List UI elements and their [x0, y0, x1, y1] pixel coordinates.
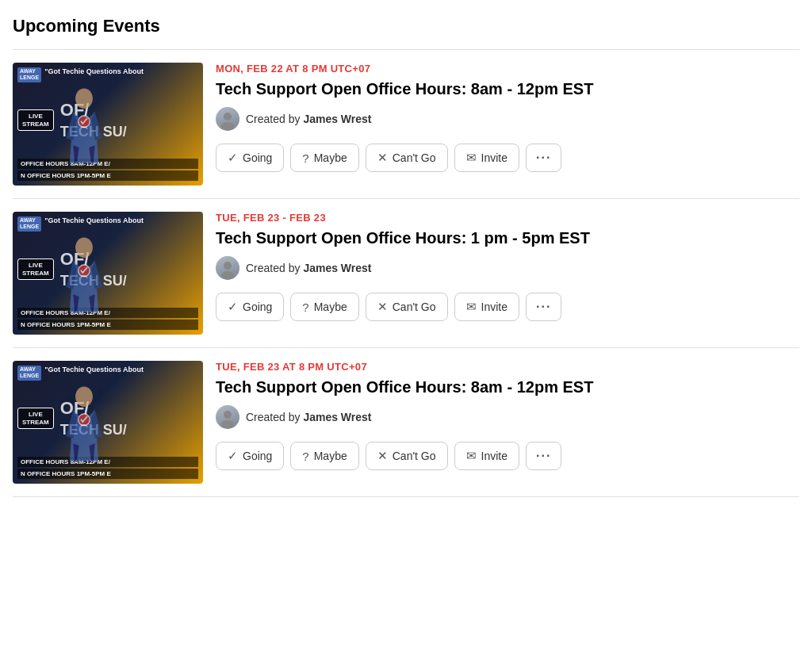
event-card-2: AWAYLENGE "Got Techie Questions About LI…	[13, 198, 799, 347]
invite-label: Invite	[481, 151, 508, 164]
going-button-3[interactable]: ✓ Going	[216, 442, 284, 470]
events-list: AWAYLENGE "Got Techie Questions About LI…	[13, 49, 799, 497]
more-label: ···	[536, 449, 551, 462]
live-stream-badge: LIVESTREAM	[17, 408, 54, 429]
more-label: ···	[536, 151, 551, 164]
maybe-icon: ?	[302, 450, 308, 463]
page-container: Upcoming Events AWAYLENGE "Got Techie Qu…	[0, 0, 812, 513]
invite-button-3[interactable]: ✉ Invite	[454, 442, 519, 470]
creator-label: Created by James Wrest	[246, 113, 372, 125]
creator-avatar-3	[216, 405, 239, 429]
cant-go-icon: ✕	[377, 300, 388, 314]
going-button-2[interactable]: ✓ Going	[216, 293, 284, 321]
maybe-icon: ?	[302, 301, 308, 314]
creator-name-3: James Wrest	[303, 411, 371, 423]
superhero-graphic	[56, 84, 112, 163]
going-button-1[interactable]: ✓ Going	[216, 144, 284, 172]
thumb-bottom-line2: N OFFICE HOURS 1PM-5PM E	[17, 320, 198, 330]
event-creator-3: Created by James Wrest	[216, 405, 799, 429]
avatar-inner	[216, 256, 239, 280]
cant-go-button-2[interactable]: ✕ Can't Go	[366, 293, 448, 321]
cant-go-button-1[interactable]: ✕ Can't Go	[366, 144, 448, 172]
invite-icon: ✉	[466, 449, 477, 463]
thumb-subtitle: "Got Techie Questions About	[44, 67, 144, 75]
creator-label: Created by James Wrest	[246, 262, 372, 274]
thumb-top: AWAYLENGE "Got Techie Questions About	[17, 67, 198, 82]
more-label: ···	[536, 300, 551, 313]
going-icon: ✓	[228, 300, 238, 314]
event-creator-2: Created by James Wrest	[216, 256, 799, 280]
cant-go-icon: ✕	[377, 449, 388, 463]
event-title-3: Tech Support Open Office Hours: 8am - 12…	[216, 377, 799, 397]
invite-button-1[interactable]: ✉ Invite	[454, 144, 519, 172]
svg-point-8	[75, 386, 93, 406]
going-icon: ✓	[228, 151, 238, 165]
more-button-1[interactable]: ···	[526, 144, 561, 172]
event-actions-1: ✓ Going ? Maybe ✕ Can't Go ✉ Invite ···	[216, 144, 799, 172]
svg-point-7	[221, 271, 234, 279]
event-info-1: MON, FEB 22 AT 8 PM UTC+07 Tech Support …	[203, 63, 799, 186]
invite-icon: ✉	[466, 151, 477, 165]
svg-point-4	[75, 237, 93, 257]
event-title-1: Tech Support Open Office Hours: 8am - 12…	[216, 79, 799, 99]
thumb-subtitle: "Got Techie Questions About	[44, 366, 144, 373]
creator-avatar-2	[216, 256, 239, 280]
away-badge: AWAYLENGE	[17, 216, 41, 232]
creator-name-2: James Wrest	[303, 262, 371, 274]
thumb-bottom-line2: N OFFICE HOURS 1PM-5PM E	[17, 170, 198, 181]
more-button-3[interactable]: ···	[526, 442, 561, 470]
thumb-top: AWAYLENGE "Got Techie Questions About	[17, 366, 198, 381]
cant-go-label: Can't Go	[393, 450, 436, 462]
event-thumbnail-2: AWAYLENGE "Got Techie Questions About LI…	[13, 212, 203, 335]
maybe-button-3[interactable]: ? Maybe	[290, 442, 358, 470]
thumb-top: AWAYLENGE "Got Techie Questions About	[17, 216, 198, 232]
invite-icon: ✉	[466, 300, 477, 314]
svg-point-11	[221, 420, 234, 428]
live-stream-badge: LIVESTREAM	[17, 109, 54, 131]
svg-point-10	[224, 411, 232, 419]
creator-label: Created by James Wrest	[246, 411, 372, 423]
cant-go-label: Can't Go	[393, 301, 436, 313]
invite-label: Invite	[481, 450, 508, 462]
event-date-1: MON, FEB 22 AT 8 PM UTC+07	[216, 63, 799, 75]
event-info-2: TUE, FEB 23 - FEB 23 Tech Support Open O…	[203, 212, 799, 335]
event-date-3: TUE, FEB 23 AT 8 PM UTC+07	[216, 361, 799, 373]
creator-name-1: James Wrest	[303, 113, 371, 125]
going-label: Going	[243, 151, 272, 164]
superhero-graphic	[56, 233, 112, 312]
svg-point-6	[224, 262, 232, 270]
going-label: Going	[243, 301, 272, 313]
event-card-3: AWAYLENGE "Got Techie Questions About LI…	[13, 347, 799, 497]
maybe-button-1[interactable]: ? Maybe	[290, 144, 358, 172]
more-button-2[interactable]: ···	[526, 293, 561, 321]
event-info-3: TUE, FEB 23 AT 8 PM UTC+07 Tech Support …	[203, 361, 799, 484]
event-date-2: TUE, FEB 23 - FEB 23	[216, 212, 799, 224]
event-thumbnail-3: AWAYLENGE "Got Techie Questions About LI…	[13, 361, 203, 484]
svg-point-3	[221, 122, 234, 130]
thumb-subtitle: "Got Techie Questions About	[44, 216, 144, 224]
maybe-icon: ?	[302, 151, 308, 165]
invite-button-2[interactable]: ✉ Invite	[454, 293, 519, 321]
event-actions-3: ✓ Going ? Maybe ✕ Can't Go ✉ Invite ···	[216, 442, 799, 470]
away-badge: AWAYLENGE	[17, 67, 41, 82]
live-stream-badge: LIVESTREAM	[17, 258, 54, 280]
avatar-icon	[216, 257, 239, 279]
thumb-bottom-line2: N OFFICE HOURS 1PM-5PM E	[17, 469, 198, 479]
svg-point-0	[75, 88, 93, 108]
going-label: Going	[243, 450, 272, 462]
maybe-button-2[interactable]: ? Maybe	[290, 293, 358, 321]
avatar-inner	[216, 107, 239, 131]
avatar-inner	[216, 405, 239, 429]
event-creator-1: Created by James Wrest	[216, 107, 799, 131]
maybe-label: Maybe	[314, 450, 347, 462]
superhero-graphic	[56, 382, 112, 461]
cant-go-button-3[interactable]: ✕ Can't Go	[366, 442, 448, 470]
maybe-label: Maybe	[314, 301, 347, 313]
cant-go-icon: ✕	[377, 151, 388, 165]
away-badge: AWAYLENGE	[17, 366, 41, 381]
event-card-1: AWAYLENGE "Got Techie Questions About LI…	[13, 49, 799, 198]
event-thumbnail-1: AWAYLENGE "Got Techie Questions About LI…	[13, 63, 203, 186]
maybe-label: Maybe	[314, 151, 347, 164]
cant-go-label: Can't Go	[393, 151, 436, 164]
event-actions-2: ✓ Going ? Maybe ✕ Can't Go ✉ Invite ···	[216, 293, 799, 321]
